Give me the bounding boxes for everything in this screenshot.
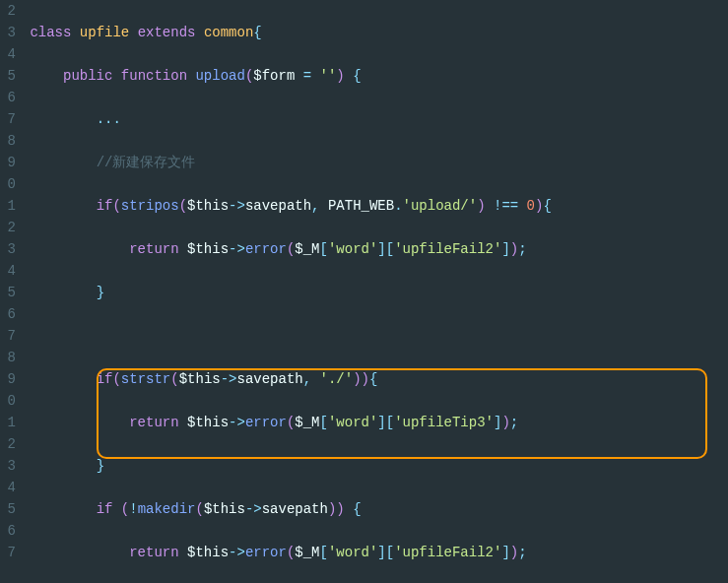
- line-number-gutter: 2 3 4 5 6 7 8 9 0 1 2 3 4 5 6 7 8 9 0 1 …: [0, 0, 16, 583]
- line-number: 7: [0, 108, 16, 130]
- code-line: [22, 325, 728, 347]
- line-number: 6: [0, 87, 16, 108]
- code-line: }: [22, 282, 728, 303]
- line-number: 7: [0, 325, 16, 347]
- line-number: 0: [0, 390, 16, 412]
- line-number: 8: [0, 130, 16, 152]
- code-line: return $this->error($_M['word']['upfileF…: [22, 238, 728, 260]
- line-number: 3: [0, 455, 16, 477]
- line-number: 5: [0, 498, 16, 520]
- line-number: 5: [0, 282, 16, 303]
- code-editor: 2 3 4 5 6 7 8 9 0 1 2 3 4 5 6 7 8 9 0 1 …: [0, 0, 728, 583]
- line-number: 4: [0, 260, 16, 282]
- code-line: //新建保存文件: [22, 152, 728, 173]
- line-number: 4: [0, 477, 16, 498]
- line-number: 6: [0, 303, 16, 325]
- line-number: 9: [0, 368, 16, 390]
- line-number: 8: [0, 347, 16, 368]
- code-line: }: [22, 455, 728, 477]
- line-number: 2: [0, 217, 16, 238]
- line-number: 4: [0, 43, 16, 65]
- code-line: if(strstr($this->savepath, './')){: [22, 368, 728, 390]
- line-number: 1: [0, 412, 16, 433]
- line-number: 5: [0, 65, 16, 87]
- code-line: ...: [22, 108, 728, 130]
- code-line: return $this->error($_M['word']['upfileF…: [22, 542, 728, 563]
- code-line: class upfile extends common{: [22, 22, 728, 43]
- line-number: 9: [0, 152, 16, 173]
- code-line: return $this->error($_M['word']['upfileT…: [22, 412, 728, 433]
- line-number: 3: [0, 22, 16, 43]
- line-number: 7: [0, 542, 16, 563]
- line-number: 0: [0, 173, 16, 195]
- code-area[interactable]: class upfile extends common{ public func…: [16, 0, 728, 583]
- code-line: if (!makedir($this->savepath)) {: [22, 498, 728, 520]
- line-number: 3: [0, 238, 16, 260]
- line-number: 2: [0, 0, 16, 22]
- line-number: 2: [0, 433, 16, 455]
- line-number: 1: [0, 195, 16, 217]
- code-line: public function upload($form = '') {: [22, 65, 728, 87]
- code-line: if(stripos($this->savepath, PATH_WEB.'up…: [22, 195, 728, 217]
- line-number: 6: [0, 520, 16, 542]
